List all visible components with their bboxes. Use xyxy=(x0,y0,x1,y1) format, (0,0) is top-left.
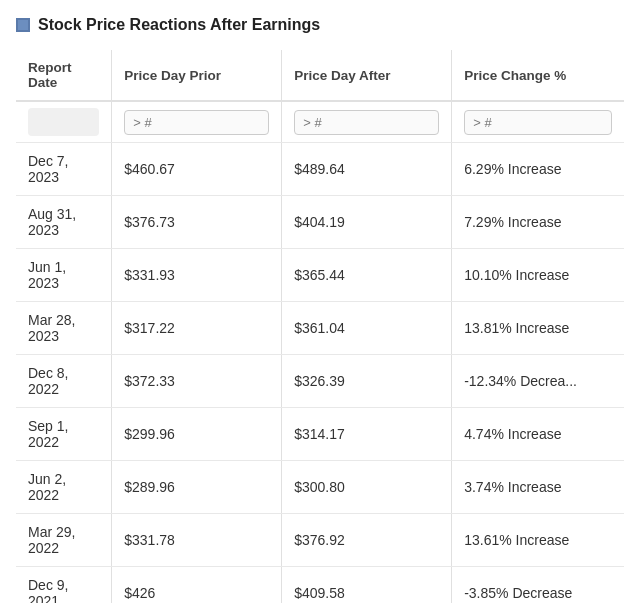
col-header-change: Price Change % xyxy=(452,50,624,101)
cell-change: 13.61% Increase xyxy=(452,514,624,567)
title-row: Stock Price Reactions After Earnings xyxy=(16,16,624,34)
table-row: Dec 9, 2021$426$409.58-3.85% Decrease xyxy=(16,567,624,604)
cell-prior: $376.73 xyxy=(112,196,282,249)
table-row: Mar 28, 2023$317.22$361.0413.81% Increas… xyxy=(16,302,624,355)
cell-date: Mar 28, 2023 xyxy=(16,302,112,355)
cell-date: Jun 2, 2022 xyxy=(16,461,112,514)
col-header-date: Report Date xyxy=(16,50,112,101)
cell-change: 7.29% Increase xyxy=(452,196,624,249)
filter-date-empty xyxy=(28,108,99,136)
table-row: Aug 31, 2023$376.73$404.197.29% Increase xyxy=(16,196,624,249)
filter-prior-cell[interactable] xyxy=(112,101,282,143)
cell-after: $365.44 xyxy=(282,249,452,302)
filter-after-cell[interactable] xyxy=(282,101,452,143)
table-row: Jun 2, 2022$289.96$300.803.74% Increase xyxy=(16,461,624,514)
col-header-prior: Price Day Prior xyxy=(112,50,282,101)
cell-date: Aug 31, 2023 xyxy=(16,196,112,249)
filter-row[interactable] xyxy=(16,101,624,143)
cell-prior: $317.22 xyxy=(112,302,282,355)
cell-change: -12.34% Decrea... xyxy=(452,355,624,408)
cell-after: $300.80 xyxy=(282,461,452,514)
cell-prior: $289.96 xyxy=(112,461,282,514)
header-row: Report Date Price Day Prior Price Day Af… xyxy=(16,50,624,101)
table-row: Jun 1, 2023$331.93$365.4410.10% Increase xyxy=(16,249,624,302)
cell-date: Dec 7, 2023 xyxy=(16,143,112,196)
filter-change-input[interactable] xyxy=(464,110,612,135)
cell-prior: $426 xyxy=(112,567,282,604)
cell-date: Mar 29, 2022 xyxy=(16,514,112,567)
cell-change: 3.74% Increase xyxy=(452,461,624,514)
cell-after: $314.17 xyxy=(282,408,452,461)
cell-prior: $460.67 xyxy=(112,143,282,196)
filter-change-cell[interactable] xyxy=(452,101,624,143)
cell-date: Dec 8, 2022 xyxy=(16,355,112,408)
title-icon xyxy=(16,18,30,32)
cell-date: Sep 1, 2022 xyxy=(16,408,112,461)
cell-after: $326.39 xyxy=(282,355,452,408)
table-row: Mar 29, 2022$331.78$376.9213.61% Increas… xyxy=(16,514,624,567)
cell-after: $489.64 xyxy=(282,143,452,196)
cell-prior: $331.78 xyxy=(112,514,282,567)
main-container: Stock Price Reactions After Earnings Rep… xyxy=(0,0,640,603)
filter-date-cell xyxy=(16,101,112,143)
table-row: Dec 8, 2022$372.33$326.39-12.34% Decrea.… xyxy=(16,355,624,408)
cell-prior: $372.33 xyxy=(112,355,282,408)
cell-change: -3.85% Decrease xyxy=(452,567,624,604)
cell-date: Jun 1, 2023 xyxy=(16,249,112,302)
earnings-table: Report Date Price Day Prior Price Day Af… xyxy=(16,50,624,603)
filter-prior-input[interactable] xyxy=(124,110,269,135)
cell-change: 4.74% Increase xyxy=(452,408,624,461)
cell-after: $361.04 xyxy=(282,302,452,355)
cell-change: 6.29% Increase xyxy=(452,143,624,196)
cell-prior: $299.96 xyxy=(112,408,282,461)
cell-after: $376.92 xyxy=(282,514,452,567)
cell-change: 10.10% Increase xyxy=(452,249,624,302)
cell-after: $404.19 xyxy=(282,196,452,249)
filter-after-input[interactable] xyxy=(294,110,439,135)
table-row: Sep 1, 2022$299.96$314.174.74% Increase xyxy=(16,408,624,461)
cell-date: Dec 9, 2021 xyxy=(16,567,112,604)
col-header-after: Price Day After xyxy=(282,50,452,101)
cell-prior: $331.93 xyxy=(112,249,282,302)
cell-change: 13.81% Increase xyxy=(452,302,624,355)
cell-after: $409.58 xyxy=(282,567,452,604)
page-title: Stock Price Reactions After Earnings xyxy=(38,16,320,34)
table-row: Dec 7, 2023$460.67$489.646.29% Increase xyxy=(16,143,624,196)
